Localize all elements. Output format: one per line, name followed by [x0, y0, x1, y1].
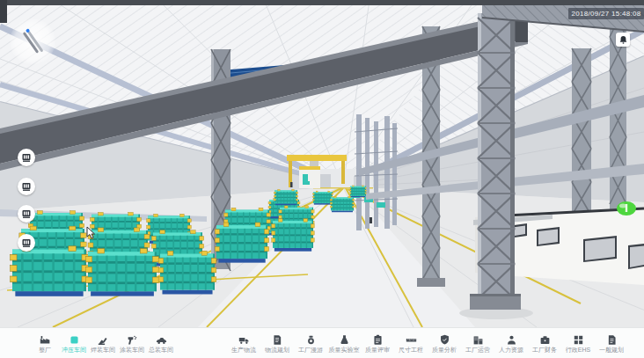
assembly-workshop-icon [156, 333, 167, 346]
press-machine-icon [21, 181, 32, 192]
module-buttons: 生产物流 物流规划 工厂漫游 质量实验室 质量评审 尺寸工程 [231, 333, 625, 354]
factory-icon [40, 333, 51, 346]
module-label: 人力资源 [499, 347, 523, 354]
module-production-logistics[interactable]: 生产物流 [231, 333, 257, 354]
shield-check-icon [439, 333, 450, 346]
module-label: 一般规划 [599, 347, 624, 354]
workshop-tabs: 整厂 冲压车间 焊装车间 涂装车间 总装车间 [32, 333, 174, 354]
tab-label: 涂装车间 [120, 347, 144, 354]
review-clipboard-icon [372, 333, 384, 346]
press-machine-icon [21, 208, 32, 219]
module-label: 质量评审 [365, 347, 390, 354]
press-machine-icon [21, 237, 32, 248]
app-window: 2018/09/27 15:48:08 整厂 冲压车间 焊装车间 涂装车间 [0, 0, 644, 358]
welding-workshop-icon [98, 333, 109, 346]
module-factory-roam[interactable]: 工厂漫游 [297, 333, 324, 354]
green-status-balloon[interactable] [617, 201, 636, 216]
machine-quick-button-3[interactable] [18, 205, 35, 223]
module-human-resources[interactable]: 人力资源 [498, 333, 524, 354]
tab-label: 焊装车间 [91, 347, 115, 354]
module-label: 质量分析 [432, 347, 457, 354]
machine-quick-button-1[interactable] [18, 149, 35, 166]
module-label: 尺寸工程 [399, 347, 423, 354]
lab-flask-icon [339, 333, 350, 346]
notification-button[interactable] [616, 33, 630, 47]
painting-workshop-icon [127, 333, 138, 346]
tab-whole-factory[interactable]: 整厂 [32, 333, 58, 354]
grid-icon [573, 333, 584, 346]
machine-quick-button-4[interactable] [18, 234, 35, 252]
module-label: 行政EHS [566, 347, 590, 354]
module-label: 工厂漫游 [298, 347, 323, 354]
module-general-planning[interactable]: 一般规划 [598, 333, 625, 354]
roam-camera-icon [305, 333, 317, 346]
module-dimension-engineering[interactable]: 尺寸工程 [398, 333, 424, 354]
module-label: 工厂运营 [465, 347, 490, 354]
module-quality-lab[interactable]: 质量实验室 [331, 333, 357, 354]
building-icon [472, 333, 484, 346]
tab-label: 总装车间 [149, 347, 173, 354]
tab-stamping-workshop[interactable]: 冲压车间 [61, 333, 87, 354]
truck-icon [238, 333, 250, 346]
tab-label: 整厂 [39, 347, 51, 354]
press-machine-icon [21, 152, 32, 163]
tab-painting-workshop[interactable]: 涂装车间 [119, 333, 145, 354]
logistics-plan-icon [272, 333, 283, 346]
tab-label: 冲压车间 [62, 347, 86, 354]
module-label: 质量实验室 [329, 347, 360, 354]
tab-welding-workshop[interactable]: 焊装车间 [90, 333, 116, 354]
module-quality-analysis[interactable]: 质量分析 [431, 333, 457, 354]
timestamp: 2018/09/27 15:48:08 [568, 8, 644, 19]
tab-assembly-workshop[interactable]: 总装车间 [148, 333, 174, 354]
person-icon [506, 333, 517, 346]
module-logistics-planning[interactable]: 物流规划 [264, 333, 290, 354]
scene-3d-viewport[interactable] [0, 0, 644, 327]
compass-widget[interactable] [10, 18, 55, 64]
module-factory-finance[interactable]: 工厂财务 [531, 333, 558, 354]
stamping-workshop-icon [69, 333, 80, 346]
module-label: 物流规划 [265, 347, 289, 354]
module-label: 工厂财务 [532, 347, 557, 354]
briefcase-icon [539, 333, 551, 346]
bottom-toolbar: 整厂 冲压车间 焊装车间 涂装车间 总装车间 生产物流 [0, 327, 644, 358]
module-quality-review[interactable]: 质量评审 [364, 333, 391, 354]
module-admin-ehs[interactable]: 行政EHS [565, 333, 591, 354]
ruler-icon [406, 333, 417, 346]
compass-needle-icon [10, 18, 55, 64]
module-factory-operations[interactable]: 工厂运营 [465, 333, 491, 354]
document-icon [606, 333, 618, 346]
module-label: 生产物流 [231, 347, 256, 354]
bell-icon [618, 35, 628, 45]
machine-quick-button-2[interactable] [18, 178, 35, 195]
